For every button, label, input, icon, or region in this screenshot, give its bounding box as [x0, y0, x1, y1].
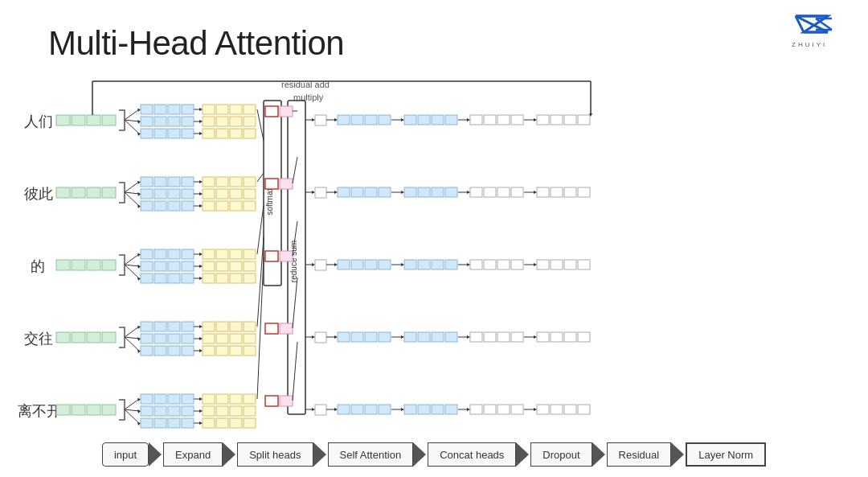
svg-marker-336	[467, 335, 470, 339]
svg-rect-308	[418, 405, 430, 414]
svg-rect-368	[551, 405, 563, 414]
svg-rect-284	[418, 115, 430, 125]
svg-line-235	[293, 221, 297, 256]
svg-rect-229	[280, 179, 293, 189]
svg-rect-262	[379, 187, 391, 197]
pipeline-concat-heads: Concat heads	[428, 442, 516, 467]
svg-text:softmax: softmax	[265, 187, 274, 215]
svg-rect-88	[154, 322, 166, 331]
svg-line-237	[293, 342, 297, 401]
svg-line-45	[125, 109, 139, 120]
svg-rect-150	[216, 201, 228, 211]
svg-rect-169	[230, 273, 242, 283]
svg-rect-72	[182, 249, 194, 259]
svg-rect-13	[56, 115, 70, 125]
svg-rect-268	[379, 260, 391, 269]
svg-marker-246	[312, 263, 315, 266]
svg-marker-276	[334, 335, 338, 339]
svg-rect-180	[244, 322, 256, 331]
svg-rect-309	[432, 405, 444, 414]
svg-rect-44	[182, 129, 194, 138]
svg-rect-33	[141, 105, 153, 114]
svg-rect-23	[87, 260, 100, 270]
svg-rect-223	[265, 323, 278, 334]
svg-rect-166	[244, 261, 256, 271]
svg-marker-138	[199, 120, 203, 123]
svg-rect-127	[203, 117, 215, 126]
svg-rect-133	[230, 129, 242, 138]
svg-rect-253	[338, 115, 350, 125]
svg-marker-382	[516, 442, 529, 467]
svg-rect-179	[230, 322, 242, 331]
svg-rect-289	[404, 187, 416, 197]
svg-rect-160	[216, 249, 228, 259]
pipeline-expand: Expand	[163, 442, 223, 467]
svg-rect-108	[182, 394, 194, 404]
svg-line-103	[125, 337, 139, 351]
svg-marker-194	[199, 349, 203, 352]
svg-rect-340	[511, 405, 523, 414]
svg-rect-370	[578, 405, 590, 414]
svg-rect-165	[230, 261, 242, 271]
svg-text:reduce sum: reduce sum	[289, 241, 298, 282]
svg-rect-57	[168, 189, 180, 199]
svg-marker-312	[401, 408, 404, 411]
svg-rect-357	[564, 260, 576, 269]
svg-rect-41	[141, 129, 153, 138]
svg-rect-27	[87, 332, 100, 343]
svg-marker-324	[467, 191, 470, 194]
svg-rect-26	[72, 332, 85, 343]
svg-marker-270	[334, 263, 338, 266]
svg-rect-185	[203, 346, 215, 356]
svg-marker-348	[534, 118, 537, 121]
svg-marker-66	[137, 192, 141, 196]
svg-rect-271	[338, 332, 350, 342]
pipeline-residual-label: Residual	[619, 449, 660, 461]
svg-rect-279	[365, 405, 377, 414]
svg-rect-37	[141, 117, 153, 126]
svg-rect-53	[168, 177, 180, 187]
svg-marker-288	[401, 118, 404, 121]
svg-marker-118	[137, 398, 141, 401]
svg-rect-112	[182, 406, 194, 416]
svg-marker-100	[137, 326, 141, 329]
svg-rect-296	[418, 260, 430, 269]
svg-rect-151	[230, 201, 242, 211]
svg-rect-73	[141, 261, 153, 271]
svg-rect-89	[168, 322, 180, 331]
svg-rect-17	[56, 187, 70, 198]
svg-rect-35	[168, 105, 180, 114]
svg-rect-92	[154, 334, 166, 343]
svg-rect-25	[56, 332, 70, 343]
svg-rect-326	[484, 260, 496, 269]
svg-rect-224	[265, 396, 278, 406]
svg-line-83	[125, 265, 139, 266]
svg-rect-97	[168, 346, 180, 356]
svg-rect-286	[445, 115, 457, 125]
svg-rect-31	[87, 405, 100, 415]
svg-rect-79	[168, 273, 180, 283]
svg-marker-192	[199, 337, 203, 340]
svg-rect-205	[230, 418, 242, 428]
svg-line-121	[125, 409, 139, 423]
svg-rect-198	[244, 394, 256, 404]
svg-rect-111	[168, 406, 180, 416]
svg-rect-255	[365, 115, 377, 125]
diagram-svg: 人们 彼此 的 交往 离不开	[0, 76, 868, 438]
svg-rect-164	[216, 261, 228, 271]
svg-rect-200	[216, 406, 228, 416]
svg-rect-278	[351, 405, 363, 414]
svg-rect-15	[87, 115, 100, 125]
svg-marker-282	[334, 408, 338, 411]
svg-rect-316	[511, 115, 523, 125]
svg-rect-177	[203, 322, 215, 331]
pipeline-split-heads-label: Split heads	[249, 449, 301, 461]
svg-marker-378	[149, 442, 162, 467]
svg-text:ZHUIYI: ZHUIYI	[792, 41, 827, 48]
svg-rect-56	[154, 189, 166, 199]
svg-marker-82	[137, 253, 141, 257]
svg-rect-220	[265, 106, 278, 117]
svg-rect-319	[470, 187, 482, 197]
svg-rect-131	[203, 129, 215, 138]
svg-rect-69	[141, 249, 153, 259]
